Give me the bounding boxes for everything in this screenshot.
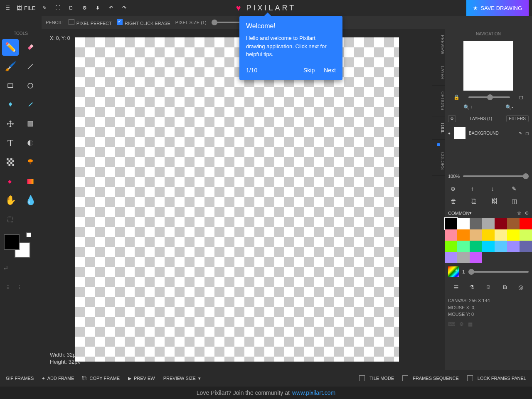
zoom-out-icon[interactable]: 🔍- (505, 104, 513, 110)
nav-preview[interactable] (463, 41, 513, 91)
palette-color[interactable] (507, 241, 520, 252)
keyboard-icon[interactable]: ⌨ (448, 321, 455, 327)
eyedropper-tool[interactable] (22, 96, 39, 113)
redo-icon[interactable]: ↷ (120, 4, 128, 12)
move-down-icon[interactable]: ↓ (491, 185, 506, 192)
palette-color[interactable] (520, 218, 532, 229)
palette-color[interactable] (470, 218, 482, 229)
tab-layer[interactable]: LAYER (432, 60, 445, 86)
swap-colors-icon[interactable]: ⇄ (2, 263, 39, 272)
crop-icon[interactable]: ⛶ (54, 4, 62, 12)
palette-color[interactable] (470, 252, 482, 263)
blur-tool[interactable]: 💧 (22, 192, 39, 209)
palette-color[interactable] (495, 229, 507, 241)
layer-row[interactable]: ● BACKGROUND ✎ ◻ (445, 125, 532, 141)
footer-link[interactable]: www.pixilart.com (292, 389, 335, 396)
nav-zoom-slider[interactable] (468, 96, 510, 98)
gears-icon[interactable]: ⚙ (459, 321, 464, 327)
copy-icon[interactable]: ⿻ (471, 198, 485, 204)
pixel-perfect-checkbox[interactable]: PIXEL PERFECT (69, 19, 112, 26)
palette-color[interactable] (482, 241, 495, 252)
pencil-tool[interactable]: ✏️ (2, 39, 19, 56)
palette-color[interactable] (507, 229, 520, 241)
lock-frames-checkbox[interactable]: LOCK FRAMES PANEL (467, 375, 526, 381)
palette-color[interactable] (495, 241, 507, 252)
move-tool[interactable] (2, 116, 19, 132)
layer-edit-icon[interactable]: ✎ (519, 131, 522, 135)
palette-slider[interactable] (468, 271, 529, 273)
primary-color[interactable] (4, 234, 20, 250)
right-click-erase-checkbox[interactable]: RIGHT CLICK ERASE (117, 19, 170, 26)
tab-options[interactable]: OPTIONS (432, 86, 445, 116)
swap-icon[interactable] (26, 232, 31, 237)
opacity-slider[interactable] (463, 175, 529, 177)
gradient-tool[interactable] (22, 173, 39, 190)
edit-icon[interactable]: ✎ (512, 185, 526, 192)
doc-icon[interactable]: 🗎 (485, 284, 491, 291)
dots-icon-2[interactable]: ⠇ (18, 285, 22, 291)
lighten-tool[interactable] (22, 135, 39, 151)
palette-color[interactable] (470, 229, 482, 241)
flask-icon[interactable]: ⚗ (469, 284, 475, 291)
tile-mode-checkbox[interactable]: TILE MODE (359, 375, 394, 381)
canvas[interactable] (75, 37, 399, 362)
preview-button[interactable]: ▶PREVIEW (128, 376, 155, 381)
palette-color[interactable] (457, 218, 470, 229)
palette-color[interactable] (457, 241, 470, 252)
tab-tool[interactable]: TOOL (432, 116, 445, 140)
merge-icon[interactable]: ◫ (512, 198, 526, 204)
palette-color[interactable] (445, 252, 457, 263)
add-layer-icon[interactable]: ⊕ (451, 185, 465, 192)
rectangle-tool[interactable] (2, 77, 19, 94)
text-tool[interactable]: T (2, 135, 19, 151)
stamp-tool[interactable] (22, 154, 39, 170)
palette-color[interactable] (495, 218, 507, 229)
next-button[interactable]: Next (324, 67, 336, 74)
square-icon[interactable]: ◻ (519, 94, 523, 100)
hand-tool[interactable]: ✋ (2, 192, 19, 209)
add-color-button[interactable] (448, 266, 459, 277)
list-icon[interactable]: ☰ (453, 284, 459, 291)
dots-icon[interactable]: ⠿ (6, 285, 10, 291)
palette-add-icon[interactable]: ⊕ (525, 210, 529, 216)
download-icon[interactable]: ⬇ (94, 4, 102, 12)
new-icon[interactable]: 🗋 (67, 4, 75, 12)
visibility-icon[interactable]: ● (448, 131, 451, 135)
eraser-tool[interactable] (22, 39, 39, 56)
palette-color[interactable] (520, 241, 532, 252)
palette-color[interactable] (470, 241, 482, 252)
gradient-erase-tool[interactable] (2, 173, 19, 190)
share-icon[interactable]: ⚙ (80, 4, 89, 12)
palette-color[interactable] (482, 218, 495, 229)
image-icon[interactable]: 🖼 (491, 198, 506, 204)
palette-color[interactable] (507, 218, 520, 229)
brush-tool[interactable]: 🖌️ (2, 58, 19, 75)
chevron-down-icon[interactable]: ▾ (469, 210, 472, 216)
palette-color[interactable] (457, 252, 470, 263)
zoom-in-icon[interactable]: 🔍+ (463, 104, 473, 110)
palette-color[interactable] (445, 229, 457, 241)
palette-color[interactable] (482, 229, 495, 241)
palette-color[interactable] (520, 229, 532, 241)
trash-icon[interactable]: 🗑 (451, 198, 465, 204)
target-icon[interactable]: ◎ (518, 284, 523, 291)
skip-button[interactable]: Skip (303, 67, 315, 74)
file-menu[interactable]: 🖼 FILE (17, 5, 35, 11)
undo-icon[interactable]: ↶ (107, 4, 115, 12)
frames-sequence-checkbox[interactable]: FRAMES SEQUENCE (402, 375, 459, 381)
palette-color[interactable] (457, 229, 470, 241)
circle-tool[interactable] (22, 77, 39, 94)
move-up-icon[interactable]: ↑ (471, 185, 485, 192)
select-tool[interactable] (22, 116, 39, 132)
tab-preview[interactable]: PREVIEW (432, 29, 445, 60)
palette-trash-icon[interactable]: 🗑 (517, 211, 522, 216)
layer-settings-icon[interactable]: ⚙ (448, 115, 456, 122)
bucket-tool[interactable] (2, 96, 19, 113)
transform-tool[interactable] (2, 211, 19, 228)
doc2-icon[interactable]: 🗎 (502, 284, 508, 291)
menu-icon[interactable]: ☰ (3, 4, 12, 12)
dither-tool[interactable] (2, 154, 19, 170)
add-frame-button[interactable]: +ADD FRAME (42, 376, 74, 381)
pen-icon[interactable]: ✎ (40, 4, 49, 12)
lock-icon[interactable]: 🔒 (453, 94, 460, 100)
